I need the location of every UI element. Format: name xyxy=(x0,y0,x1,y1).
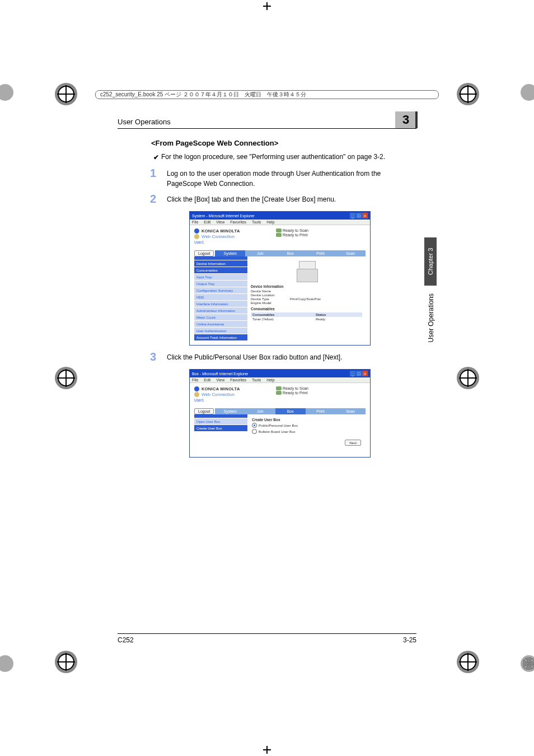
sidebar-item-meter-count[interactable]: Meter Count xyxy=(194,314,247,320)
tab-job[interactable]: Job xyxy=(245,408,275,414)
sidebar-item-user-auth[interactable]: User Authentication xyxy=(194,327,247,334)
menu-help[interactable]: Help xyxy=(266,220,274,224)
maximize-icon[interactable]: □ xyxy=(356,213,362,218)
close-icon[interactable]: × xyxy=(362,213,368,218)
logout-button[interactable]: Logout xyxy=(194,250,214,256)
printer-illustration xyxy=(293,260,320,282)
step-number: 2 xyxy=(150,193,156,206)
brand-text: KONICA MINOLTA xyxy=(202,386,240,391)
value-device-type: Print/Copy/Scan/Fax xyxy=(290,297,321,301)
step-2: 2 Click the [Box] tab and then the [Crea… xyxy=(151,194,416,204)
minimize-icon[interactable]: _ xyxy=(350,213,355,218)
registration-mark xyxy=(457,651,479,673)
logout-button[interactable]: Logout xyxy=(194,408,214,414)
menu-view[interactable]: View xyxy=(216,220,224,224)
step-number: 3 xyxy=(150,351,156,363)
window-title: System - Microsoft Internet Explorer xyxy=(192,214,255,218)
menu-file[interactable]: File xyxy=(192,378,198,382)
sidebar-item-account-track[interactable]: Account Track Information xyxy=(194,334,247,340)
tab-scan[interactable]: Scan xyxy=(335,408,366,414)
col-consumables: Consumables xyxy=(251,312,314,317)
radio-icon[interactable] xyxy=(252,423,257,428)
sidebar-item-online-assist[interactable]: Online Assistance xyxy=(194,320,247,327)
screenshot-box-tab: Box - Microsoft Internet Explorer _ □ × … xyxy=(189,369,371,458)
sidebar-item-open-user-box[interactable]: Open User Box xyxy=(194,418,247,424)
menu-favorites[interactable]: Favorites xyxy=(230,220,246,224)
step-1: 1 Log on to the user operation mode thro… xyxy=(151,169,416,189)
menu-help[interactable]: Help xyxy=(266,378,274,382)
status-lamp-icon xyxy=(276,391,282,395)
step-text: Click the Public/Personal User Box radio… xyxy=(167,352,416,362)
sidebar-item-input-tray[interactable]: Input Tray xyxy=(194,273,247,280)
browser-menubar[interactable]: File Edit View Favorites Tools Help xyxy=(190,377,370,383)
radio-icon[interactable] xyxy=(252,429,257,434)
screenshot-system-tab: System - Microsoft Internet Explorer _ □… xyxy=(189,211,371,346)
menu-edit[interactable]: Edit xyxy=(204,378,210,382)
radio-label: Public/Personal User Box xyxy=(259,423,298,427)
pagescope-icon xyxy=(194,234,199,239)
tab-system[interactable]: System xyxy=(215,250,245,256)
status-ready-print: Ready to Print xyxy=(283,391,307,395)
label-device-type: Device Type xyxy=(251,297,290,301)
footer-left: C252 xyxy=(118,636,134,644)
sidebar-system: Device Information Consumables Input Tra… xyxy=(194,256,247,340)
registration-mark xyxy=(55,83,77,105)
sidebar-item-config-summary[interactable]: Configuration Summary xyxy=(194,287,247,293)
side-tab-chapter: Chapter 3 xyxy=(424,237,437,286)
sidebar-item-output-tray[interactable]: Output Tray xyxy=(194,280,247,287)
tab-job[interactable]: Job xyxy=(245,250,275,256)
minimize-icon[interactable]: _ xyxy=(350,371,355,376)
sidebar-item-consumables[interactable]: Consumables xyxy=(194,267,247,273)
label-device-name: Device Name xyxy=(251,290,290,293)
device-info-heading: Device Information xyxy=(251,284,362,288)
logged-in-user: User1 xyxy=(194,240,366,244)
tab-print[interactable]: Print xyxy=(306,250,336,256)
sidebar-item-interface-info[interactable]: Interface Information xyxy=(194,300,247,307)
radio-bulletin-board[interactable]: Bulletin Board User Box xyxy=(252,429,361,434)
menu-tools[interactable]: Tools xyxy=(252,378,261,382)
pagescope-icon xyxy=(194,392,199,397)
book-header: c252_security_E.book 25 ページ ２００７年４月１０日 火… xyxy=(95,90,439,99)
check-note: ✔ For the logon procedure, see "Performi… xyxy=(161,152,416,162)
check-text: For the logon procedure, see "Performing… xyxy=(161,153,385,161)
sidebar-item-create-user-box[interactable]: Create User Box xyxy=(194,424,247,431)
close-icon[interactable]: × xyxy=(362,371,368,376)
registration-mark xyxy=(457,83,479,105)
window-title: Box - Microsoft Internet Explorer xyxy=(192,372,248,376)
sidebar-box: Open User Box Create User Box xyxy=(194,414,247,452)
maximize-icon[interactable]: □ xyxy=(356,371,362,376)
menu-edit[interactable]: Edit xyxy=(204,220,210,224)
check-icon: ✔ xyxy=(153,152,159,162)
menu-tools[interactable]: Tools xyxy=(252,220,261,224)
consumables-heading: Consumables xyxy=(251,307,362,311)
brand-icon xyxy=(194,386,199,391)
menu-view[interactable]: View xyxy=(216,378,224,382)
sidebar-item-device-info[interactable]: Device Information xyxy=(194,260,247,267)
tab-box[interactable]: Box xyxy=(275,408,306,414)
footer-right: 3-25 xyxy=(403,636,416,644)
registration-mark xyxy=(55,367,77,389)
window-titlebar: Box - Microsoft Internet Explorer _ □ × xyxy=(190,370,370,377)
sidebar-item-hdd[interactable]: HDD xyxy=(194,293,247,300)
corner-decoration xyxy=(521,84,534,101)
tab-box[interactable]: Box xyxy=(275,250,306,256)
brand-icon xyxy=(194,228,199,234)
radio-public-personal[interactable]: Public/Personal User Box xyxy=(252,423,361,428)
menu-favorites[interactable]: Favorites xyxy=(230,378,246,382)
browser-menubar[interactable]: File Edit View Favorites Tools Help xyxy=(190,220,370,225)
menu-file[interactable]: File xyxy=(192,220,198,224)
sidebar-item-admin-info[interactable]: Administrator Information xyxy=(194,307,247,314)
next-button[interactable]: Next xyxy=(345,440,361,446)
section-subhead: <From PageScope Web Connection> xyxy=(151,139,416,147)
logged-in-user: User1 xyxy=(194,398,366,402)
pagescope-label: Web Connection xyxy=(202,234,235,239)
tab-system[interactable]: System xyxy=(215,408,245,414)
tab-print[interactable]: Print xyxy=(306,408,336,414)
corner-decoration xyxy=(521,655,534,672)
registration-mark xyxy=(457,367,479,389)
status-lamp-icon xyxy=(276,228,282,232)
tab-scan[interactable]: Scan xyxy=(335,250,366,256)
page-footer: C252 3-25 xyxy=(118,633,416,644)
step-text: Click the [Box] tab and then the [Create… xyxy=(167,194,416,204)
step-number: 1 xyxy=(150,167,156,180)
